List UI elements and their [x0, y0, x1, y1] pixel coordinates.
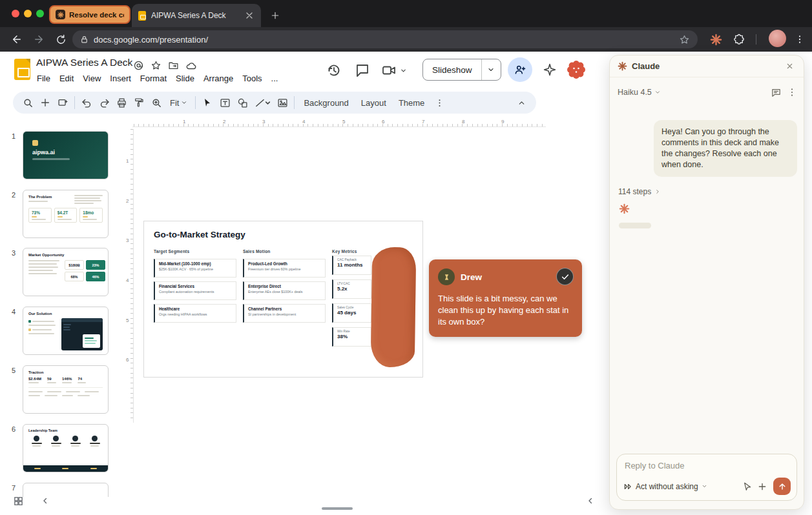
gem-icon[interactable]: [543, 63, 557, 77]
at-icon[interactable]: [133, 60, 144, 71]
steps-toggle[interactable]: 114 steps: [618, 187, 661, 196]
close-tab-icon[interactable]: [244, 10, 255, 21]
slides-logo[interactable]: [14, 59, 30, 80]
minimize-window-button[interactable]: [24, 10, 32, 17]
team-footer-bar: [23, 465, 108, 472]
undo-icon[interactable]: [78, 94, 95, 111]
grid-view-icon[interactable]: [9, 492, 27, 510]
profile-avatar[interactable]: [769, 30, 786, 47]
slide-thumbnail-7[interactable]: [23, 483, 109, 497]
close-panel-icon[interactable]: [783, 60, 796, 73]
extensions-puzzle-icon[interactable]: [730, 30, 748, 48]
new-slide-icon[interactable]: [54, 94, 71, 111]
theme-button[interactable]: Theme: [393, 96, 430, 110]
redo-icon[interactable]: [96, 94, 112, 111]
claude-extension-icon[interactable]: [707, 30, 725, 48]
slide-thumbnail-2[interactable]: The Problem 73% $4.2T 18mo: [23, 190, 109, 238]
metric-card[interactable]: Win Rate38%: [332, 327, 371, 347]
cursor-mode-icon[interactable]: [742, 481, 753, 492]
collapse-filmstrip-icon[interactable]: [36, 492, 54, 510]
tab-aipwa-deck[interactable]: AIPWA Series A Deck: [132, 4, 261, 27]
meet-camera-icon[interactable]: [381, 63, 397, 78]
new-slide-plus-icon[interactable]: [37, 94, 54, 111]
close-window-button[interactable]: [12, 10, 19, 17]
hide-panel-icon[interactable]: [581, 492, 599, 510]
segment-card[interactable]: Channel PartnersSI partnerships in devel…: [243, 304, 326, 323]
fullscreen-window-button[interactable]: [36, 10, 44, 17]
reload-icon[interactable]: [52, 30, 70, 48]
menu-insert[interactable]: Insert: [105, 72, 136, 85]
search-icon[interactable]: [19, 94, 36, 111]
segment-card[interactable]: Product-Led GrowthFreemium tier drives 6…: [243, 259, 326, 278]
slide-thumbnail-1[interactable]: aipwa.ai: [23, 131, 109, 179]
new-tab-button[interactable]: [266, 6, 284, 25]
browser-menu-icon[interactable]: [791, 30, 809, 48]
slide-thumbnail-5[interactable]: Traction $2.64M 59 146% 74: [23, 365, 109, 414]
metric-card[interactable]: LTV:CAC5.2x: [332, 279, 371, 299]
camera-dropdown-icon[interactable]: [398, 63, 408, 78]
menu-view[interactable]: View: [78, 72, 105, 85]
line-tool-icon[interactable]: [251, 94, 273, 111]
resolve-comment-button[interactable]: [556, 268, 574, 285]
shape-icon[interactable]: [234, 94, 251, 111]
flower-icon[interactable]: [566, 59, 587, 80]
horizontal-ruler: 1 2 3 4 5 6 7 8 9: [132, 118, 546, 127]
segment-card[interactable]: Mid-Market (100-1000 emp)$25K-$100K ACV …: [154, 259, 236, 278]
star-icon[interactable]: [151, 60, 161, 71]
segment-card[interactable]: HealthcareOrgs needing HIPAA workflows: [154, 304, 236, 323]
act-mode-selector[interactable]: Act without asking: [623, 482, 707, 491]
stat-box: $4.2T: [54, 208, 78, 223]
menu-slide[interactable]: Slide: [171, 72, 199, 85]
forward-icon[interactable]: [30, 30, 48, 48]
text-box-icon[interactable]: [216, 94, 233, 111]
metric-card[interactable]: CAC Payback11 months: [332, 256, 371, 275]
cloud-saved-icon[interactable]: [185, 60, 197, 72]
url-bar[interactable]: docs.google.com/presentation/: [72, 30, 698, 48]
panel-menu-icon[interactable]: [787, 87, 797, 97]
slide-thumbnail-4[interactable]: Our Solution: [23, 307, 109, 355]
comments-icon[interactable]: [355, 63, 370, 78]
reply-input[interactable]: Reply to Claude Act without asking: [616, 454, 797, 501]
print-icon[interactable]: [113, 94, 130, 111]
menu-arrange[interactable]: Arrange: [199, 72, 238, 85]
background-button[interactable]: Background: [298, 96, 354, 110]
version-history-icon[interactable]: [326, 63, 342, 78]
collapse-toolbar-icon[interactable]: [513, 94, 530, 111]
fit-zoom-select[interactable]: Fit: [165, 96, 192, 110]
insert-image-icon[interactable]: [274, 94, 291, 111]
document-title[interactable]: AIPWA Series A Deck: [36, 57, 132, 68]
select-tool-icon[interactable]: [199, 94, 216, 111]
layout-button[interactable]: Layout: [355, 96, 392, 110]
paint-blob[interactable]: [371, 247, 417, 368]
slideshow-button[interactable]: Slideshow: [422, 59, 501, 81]
back-icon[interactable]: [8, 30, 26, 48]
tab-resolve-deck[interactable]: Resolve deck com: [49, 5, 130, 24]
stat-grid: $180B 23% 68% 46%: [65, 260, 105, 281]
team-row: [28, 436, 103, 447]
slideshow-dropdown-icon[interactable]: [481, 59, 501, 80]
share-button[interactable]: [508, 57, 532, 82]
toolbar-more-icon[interactable]: [431, 94, 448, 111]
menu-edit[interactable]: Edit: [55, 72, 78, 85]
canvas-scrollbar[interactable]: [322, 507, 353, 510]
segment-card[interactable]: Enterprise DirectEnterprise AEs close $1…: [243, 281, 326, 300]
chat-history-icon[interactable]: [771, 87, 782, 98]
slide-thumbnail-3[interactable]: Market Opportunity $180B 23% 68% 46%: [23, 248, 109, 296]
menu-format[interactable]: Format: [136, 72, 171, 85]
add-attachment-icon[interactable]: [757, 481, 767, 492]
metric-card[interactable]: Sales Cycle45 days: [332, 303, 371, 323]
segment-card[interactable]: Financial ServicesCompliant automation r…: [154, 281, 236, 300]
slide-title[interactable]: Go-to-Market Strategy: [154, 230, 245, 239]
send-button[interactable]: [773, 478, 791, 495]
menu-file[interactable]: File: [32, 72, 55, 85]
menu-tools[interactable]: Tools: [238, 72, 266, 85]
menu-more[interactable]: ...: [267, 72, 283, 85]
fit-zoom-value: Fit: [170, 98, 179, 108]
comment-card[interactable]: Drew This slide is a bit messy, can we c…: [429, 259, 582, 337]
bookmark-star-icon[interactable]: [679, 34, 690, 45]
paint-format-icon[interactable]: [130, 94, 147, 111]
model-selector[interactable]: Haiku 4.5: [618, 88, 661, 97]
slide-thumbnail-6[interactable]: Leadership Team: [23, 424, 109, 472]
zoom-icon[interactable]: [148, 94, 165, 111]
move-folder-icon[interactable]: [168, 60, 179, 71]
